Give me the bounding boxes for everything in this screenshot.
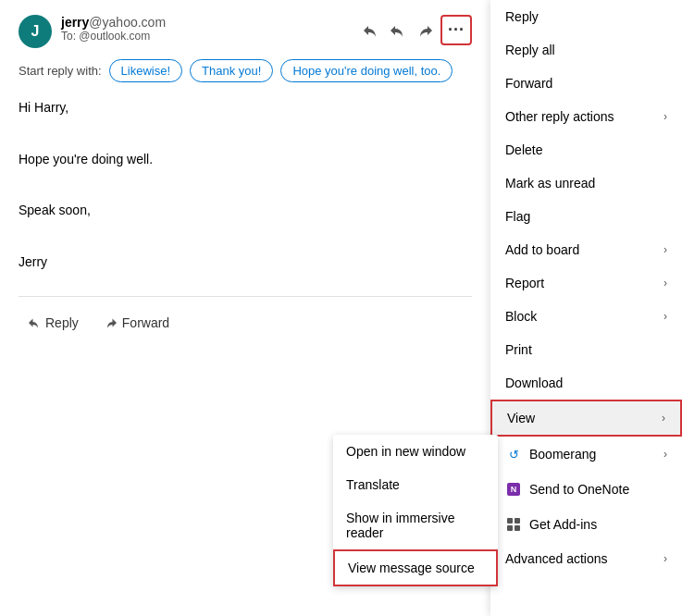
menu-add-to-board[interactable]: Add to board › xyxy=(490,233,682,266)
menu-addins[interactable]: Get Add-ins xyxy=(490,507,682,542)
menu-addins-label: Get Add-ins xyxy=(529,517,667,532)
header-actions: ··· xyxy=(357,15,472,45)
body-line-1: Hi Harry, xyxy=(19,97,472,119)
menu-add-to-board-label: Add to board xyxy=(505,242,663,257)
menu-block[interactable]: Block › xyxy=(490,300,682,333)
menu-download-label: Download xyxy=(505,376,667,390)
avatar: J xyxy=(19,15,52,48)
reply-all-button-top[interactable] xyxy=(385,19,411,42)
email-from-domain: @yahoo.com xyxy=(89,15,166,30)
chevron-icon: › xyxy=(663,110,667,123)
chevron-icon: › xyxy=(662,412,665,425)
open-new-window-label: Open in new window xyxy=(346,444,465,459)
menu-advanced-label: Advanced actions xyxy=(505,551,663,566)
menu-other-reply[interactable]: Other reply actions › xyxy=(490,100,682,133)
menu-forward[interactable]: Forward xyxy=(490,67,682,100)
reply-button-top[interactable] xyxy=(357,19,383,42)
email-body: Hi Harry, Hope you're doing well. Speak … xyxy=(19,97,472,274)
menu-reply-all-label: Reply all xyxy=(505,43,667,57)
email-header: J jerry@yahoo.com To: @outlook.com xyxy=(19,15,472,48)
menu-delete[interactable]: Delete xyxy=(490,133,682,166)
menu-reply-label: Reply xyxy=(505,9,667,24)
email-to: To: @outlook.com xyxy=(61,30,357,43)
reply-label: Reply xyxy=(45,315,79,330)
menu-print-label: Print xyxy=(505,342,667,357)
quick-reply-thankyou[interactable]: Thank you! xyxy=(190,59,273,82)
menu-boomerang[interactable]: ↺ Boomerang › xyxy=(490,437,682,472)
body-line-5: Speak soon, xyxy=(19,200,472,222)
view-message-source-label: View message source xyxy=(348,561,475,575)
forward-button-top[interactable] xyxy=(413,19,439,42)
menu-view[interactable]: View › xyxy=(490,400,682,437)
translate-label: Translate xyxy=(346,477,400,492)
reply-bar-reply-button[interactable]: Reply xyxy=(19,310,88,336)
menu-reply[interactable]: Reply xyxy=(490,0,682,33)
quick-reply-likewise[interactable]: Likewise! xyxy=(109,59,182,82)
body-line-7: Jerry xyxy=(19,252,472,274)
menu-advanced[interactable]: Advanced actions › xyxy=(490,542,682,575)
context-menu: Reply Reply all Forward Other reply acti… xyxy=(490,0,682,616)
body-line-2 xyxy=(19,123,472,145)
menu-view-label: View xyxy=(507,411,662,425)
chevron-icon: › xyxy=(663,552,667,565)
forward-label: Forward xyxy=(122,315,169,330)
immersive-reader-label: Show in immersive reader xyxy=(346,511,454,540)
onenote-icon: N xyxy=(505,481,522,498)
menu-report[interactable]: Report › xyxy=(490,266,682,300)
view-message-source-item[interactable]: View message source xyxy=(333,549,498,586)
left-context-menu: Open in new window Translate Show in imm… xyxy=(333,435,498,586)
menu-mark-unread[interactable]: Mark as unread xyxy=(490,166,682,200)
quick-reply-label: Start reply with: xyxy=(19,64,102,78)
email-meta: jerry@yahoo.com To: @outlook.com xyxy=(61,15,357,43)
reply-icon xyxy=(28,316,41,329)
menu-forward-label: Forward xyxy=(505,76,667,91)
menu-delete-label: Delete xyxy=(505,142,667,157)
menu-flag-label: Flag xyxy=(505,209,667,224)
menu-block-label: Block xyxy=(505,309,663,324)
forward-icon xyxy=(105,316,118,329)
quick-reply-hope[interactable]: Hope you're doing well, too. xyxy=(280,59,453,82)
menu-other-reply-label: Other reply actions xyxy=(505,109,663,124)
menu-reply-all[interactable]: Reply all xyxy=(490,33,682,67)
body-line-6 xyxy=(19,226,472,248)
open-new-window-item[interactable]: Open in new window xyxy=(333,435,498,468)
menu-mark-unread-label: Mark as unread xyxy=(505,176,667,191)
menu-onenote[interactable]: N Send to OneNote xyxy=(490,472,682,507)
reply-bar: Reply Forward xyxy=(19,296,472,336)
body-line-3: Hope you're doing well. xyxy=(19,149,472,171)
chevron-icon: › xyxy=(663,310,667,323)
email-from: jerry@yahoo.com xyxy=(61,15,357,30)
reply-bar-forward-button[interactable]: Forward xyxy=(95,310,179,336)
menu-onenote-label: Send to OneNote xyxy=(529,482,667,497)
addins-icon xyxy=(505,516,522,533)
immersive-reader-item[interactable]: Show in immersive reader xyxy=(333,501,498,549)
menu-boomerang-label: Boomerang xyxy=(529,447,663,462)
translate-item[interactable]: Translate xyxy=(333,468,498,501)
menu-print[interactable]: Print xyxy=(490,333,682,366)
quick-reply-row: Start reply with: Likewise! Thank you! H… xyxy=(19,59,472,82)
chevron-icon: › xyxy=(663,277,667,290)
menu-report-label: Report xyxy=(505,276,663,290)
body-line-4 xyxy=(19,174,472,196)
menu-download[interactable]: Download xyxy=(490,366,682,400)
more-icon: ··· xyxy=(448,20,465,40)
chevron-icon: › xyxy=(663,243,667,256)
chevron-icon: › xyxy=(663,448,667,461)
boomerang-icon: ↺ xyxy=(505,446,522,462)
menu-flag[interactable]: Flag xyxy=(490,200,682,233)
more-actions-button[interactable]: ··· xyxy=(440,15,472,45)
